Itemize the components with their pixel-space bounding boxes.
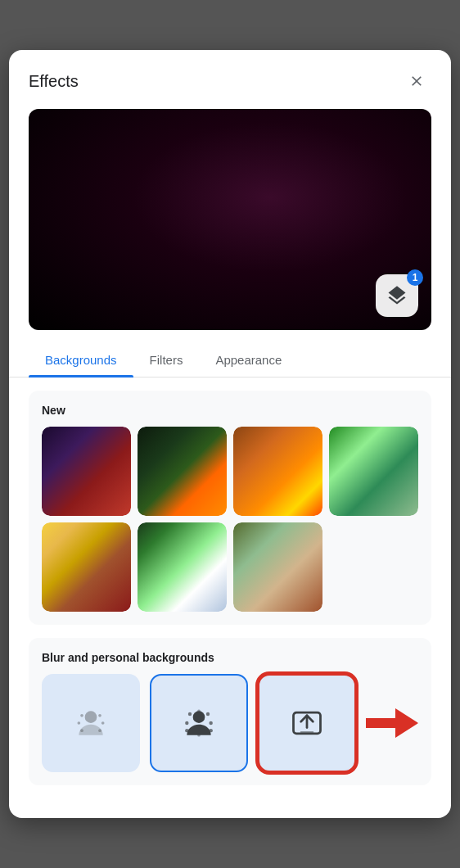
new-backgrounds-section: New bbox=[29, 391, 431, 625]
tab-appearance[interactable]: Appearance bbox=[199, 343, 298, 377]
tab-content: New bbox=[9, 377, 451, 798]
svg-point-8 bbox=[185, 721, 188, 725]
svg-point-9 bbox=[209, 721, 212, 725]
backgrounds-grid bbox=[42, 427, 418, 612]
list-item[interactable] bbox=[42, 522, 131, 612]
list-item[interactable] bbox=[138, 522, 227, 612]
tab-filters[interactable]: Filters bbox=[133, 343, 200, 377]
list-item[interactable] bbox=[42, 427, 131, 516]
dialog-header: Effects bbox=[9, 50, 451, 109]
arrow-annotation bbox=[366, 703, 418, 743]
svg-point-11 bbox=[206, 712, 210, 716]
upload-background-button[interactable] bbox=[258, 674, 356, 772]
svg-point-0 bbox=[85, 711, 97, 723]
svg-point-7 bbox=[193, 711, 205, 723]
blur-section: Blur and personal backgrounds bbox=[29, 638, 431, 785]
list-item[interactable] bbox=[329, 427, 418, 516]
layer-icon-bg: 1 bbox=[376, 274, 418, 317]
list-item[interactable] bbox=[233, 427, 322, 516]
list-item[interactable] bbox=[138, 427, 227, 516]
svg-point-13 bbox=[209, 729, 212, 732]
svg-marker-19 bbox=[366, 708, 418, 738]
svg-point-10 bbox=[188, 712, 192, 716]
blur-button[interactable] bbox=[150, 674, 248, 772]
badge-count: 1 bbox=[407, 269, 423, 286]
svg-point-2 bbox=[101, 721, 105, 725]
close-button[interactable] bbox=[402, 66, 431, 96]
effects-dialog: Effects 1 Backgrounds Filters Appearance bbox=[9, 50, 451, 818]
blur-section-title: Blur and personal backgrounds bbox=[42, 651, 418, 664]
dialog-title: Effects bbox=[29, 72, 79, 91]
svg-point-5 bbox=[80, 729, 83, 732]
list-item[interactable] bbox=[233, 522, 322, 612]
no-blur-button[interactable] bbox=[42, 674, 140, 772]
svg-point-4 bbox=[98, 714, 101, 717]
video-preview: 1 bbox=[29, 109, 431, 330]
layer-badge[interactable]: 1 bbox=[376, 274, 418, 317]
svg-point-15 bbox=[197, 734, 201, 737]
tabs-bar: Backgrounds Filters Appearance bbox=[9, 343, 451, 377]
svg-point-1 bbox=[78, 721, 81, 725]
svg-point-6 bbox=[98, 729, 101, 732]
svg-point-12 bbox=[185, 729, 188, 732]
new-section-title: New bbox=[42, 404, 418, 417]
svg-point-3 bbox=[80, 714, 83, 717]
svg-point-14 bbox=[197, 710, 201, 713]
tab-backgrounds[interactable]: Backgrounds bbox=[29, 343, 133, 377]
